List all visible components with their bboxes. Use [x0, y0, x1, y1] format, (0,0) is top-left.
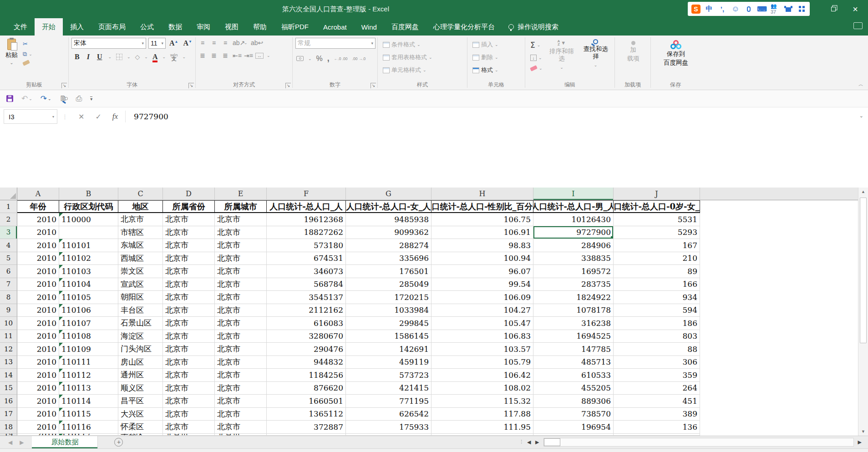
cell-G3[interactable]: 9099362 — [346, 226, 431, 239]
cancel-button[interactable]: ✕ — [73, 112, 90, 121]
cell-A9[interactable]: 2010 — [17, 304, 59, 317]
cell-J6[interactable]: 89 — [614, 265, 700, 278]
cell-F11[interactable]: 3280670 — [267, 330, 346, 343]
clear-button[interactable]: ⌄ — [529, 65, 544, 71]
column-header-C[interactable]: C — [118, 188, 163, 200]
restore-window-button[interactable] — [824, 0, 843, 18]
cell-C6[interactable]: 崇文区 — [118, 265, 163, 278]
cell-H11[interactable]: 106.83 — [431, 330, 533, 343]
cell-J8[interactable]: 934 — [614, 291, 700, 304]
row-header-9[interactable]: 9 — [0, 304, 17, 317]
cell-B10[interactable]: 110107 — [59, 317, 118, 330]
hscroll-far-right-icon[interactable]: ▶ — [858, 439, 862, 445]
keyboard-icon[interactable]: ⌨ — [757, 5, 766, 14]
cell-H6[interactable]: 96.07 — [431, 265, 533, 278]
cell-E6[interactable]: 北京市 — [215, 265, 267, 278]
name-box-dropdown-icon[interactable]: ▾ — [52, 115, 54, 119]
cell-F16[interactable]: 1660501 — [267, 395, 346, 408]
paste-dropdown[interactable]: ⌄ — [10, 60, 13, 65]
cell-G8[interactable]: 1720215 — [346, 291, 431, 304]
cell-A7[interactable]: 2010 — [17, 278, 59, 291]
borders-icon[interactable] — [116, 54, 122, 60]
align-left-icon[interactable]: ≣ — [198, 52, 207, 59]
punctuation-icon[interactable]: ’, — [718, 5, 727, 14]
cell-B18[interactable]: 110116 — [59, 421, 118, 434]
clipboard-dialog-launcher[interactable]: ↘ — [61, 83, 67, 88]
name-box[interactable]: I3 ▾ — [4, 109, 57, 124]
cell-B17[interactable]: 110115 — [59, 408, 118, 421]
cell-D8[interactable]: 北京市 — [163, 291, 215, 304]
increase-decimal-icon[interactable]: ←.0 .00 — [334, 57, 348, 61]
shrink-font-button[interactable]: A▼ — [182, 39, 193, 47]
column-header-A[interactable]: A — [17, 188, 59, 200]
scroll-up-icon[interactable]: ▲ — [858, 188, 868, 196]
format-cells-button[interactable]: 格式⌄ — [471, 65, 522, 75]
hscroll-left-icon[interactable]: ◀ — [527, 439, 531, 445]
cell-B13[interactable]: 110111 — [59, 356, 118, 369]
row-header-8[interactable]: 8 — [0, 291, 17, 304]
cell-E4[interactable]: 北京市 — [215, 239, 267, 252]
cell-C9[interactable]: 丰台区 — [118, 304, 163, 317]
row-header-12[interactable]: 12 — [0, 343, 17, 356]
cell-G7[interactable]: 285049 — [346, 278, 431, 291]
menu-tab-view[interactable]: 视图 — [218, 18, 246, 36]
skin-icon[interactable] — [784, 5, 793, 14]
cell-A12[interactable]: 2010 — [17, 343, 59, 356]
row-header-7[interactable]: 7 — [0, 278, 17, 291]
cell-C13[interactable]: 房山区 — [118, 356, 163, 369]
format-painter-button[interactable] — [21, 60, 34, 66]
cell-C15[interactable]: 顺义区 — [118, 382, 163, 395]
column-header-I[interactable]: I — [533, 188, 614, 200]
cell-J4[interactable]: 167 — [614, 239, 700, 252]
cell-I18[interactable]: 196954 — [533, 421, 614, 434]
column-header-H[interactable]: H — [431, 188, 533, 200]
cell-I1[interactable]: 人口统计-总人口-男_人 — [533, 200, 614, 213]
cell-I6[interactable]: 169572 — [533, 265, 614, 278]
autosum-button[interactable]: Σ⌄ — [529, 40, 544, 51]
cell-D12[interactable]: 北京市 — [163, 343, 215, 356]
column-header-J[interactable]: J — [614, 188, 700, 200]
cell-J15[interactable]: 264 — [614, 382, 700, 395]
cell-A8[interactable]: 2010 — [17, 291, 59, 304]
menu-tab-acrobat[interactable]: Acrobat — [316, 18, 354, 36]
insert-cells-button[interactable]: 插入⌄ — [471, 40, 522, 50]
bottom-align-icon[interactable]: ≡ — [221, 39, 229, 46]
sogou-logo-icon[interactable]: S — [691, 5, 700, 14]
cell-H4[interactable]: 98.83 — [431, 239, 533, 252]
cell-B7[interactable]: 110104 — [59, 278, 118, 291]
cell-I10[interactable]: 316238 — [533, 317, 614, 330]
font-name-select[interactable]: 宋体▾ — [71, 38, 146, 49]
scroll-down-icon[interactable]: ▼ — [858, 427, 868, 436]
cell-I11[interactable]: 1694525 — [533, 330, 614, 343]
cell-H1[interactable]: 人口统计-总人口-性别比_百分比 — [431, 200, 533, 213]
cell-A16[interactable]: 2010 — [17, 395, 59, 408]
cell-G9[interactable]: 1033984 — [346, 304, 431, 317]
number-dialog-launcher[interactable]: ↘ — [371, 83, 376, 88]
cell-J3[interactable]: 5293 — [614, 226, 700, 239]
comma-style-icon[interactable]: , — [327, 54, 330, 63]
cell-D9[interactable]: 北京市 — [163, 304, 215, 317]
menu-tab-page-layout[interactable]: 页面布局 — [91, 18, 133, 36]
cell-E13[interactable]: 北京市 — [215, 356, 267, 369]
vertical-scrollbar[interactable]: ▲ ▼ — [858, 188, 868, 436]
font-dialog-launcher[interactable]: ↘ — [188, 83, 194, 88]
toolbox-icon[interactable] — [797, 5, 806, 14]
cell-C8[interactable]: 朝阳区 — [118, 291, 163, 304]
cell-G18[interactable]: 175933 — [346, 421, 431, 434]
cell-A14[interactable]: 2010 — [17, 369, 59, 382]
cell-G4[interactable]: 288274 — [346, 239, 431, 252]
row-header-11[interactable]: 11 — [0, 330, 17, 343]
cell-E12[interactable]: 北京市 — [215, 343, 267, 356]
cell-J7[interactable]: 166 — [614, 278, 700, 291]
column-header-E[interactable]: E — [215, 188, 267, 200]
cell-A6[interactable]: 2010 — [17, 265, 59, 278]
cell-I16[interactable]: 889306 — [533, 395, 614, 408]
save-to-baidu-button[interactable]: 保存到 百度网盘 — [654, 39, 698, 68]
cell-G2[interactable]: 9485938 — [346, 213, 431, 226]
row-header-2[interactable]: 2 — [0, 213, 17, 226]
row-header-15[interactable]: 15 — [0, 382, 17, 395]
cell-F17[interactable]: 1365112 — [267, 408, 346, 421]
cell-J13[interactable]: 306 — [614, 356, 700, 369]
cell-E3[interactable]: 北京市 — [215, 226, 267, 239]
cell-G5[interactable]: 335696 — [346, 252, 431, 265]
